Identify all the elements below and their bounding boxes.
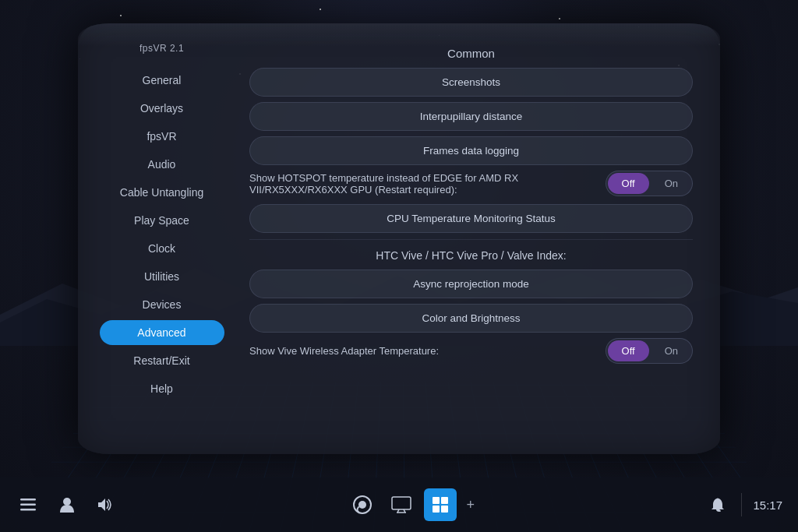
- taskbar-divider: [741, 493, 742, 516]
- vive-wireless-toggle-row: Show Vive Wireless Adapter Temperature: …: [249, 338, 693, 364]
- sidebar-item-utilities[interactable]: Utilities: [100, 264, 224, 289]
- volume-icon[interactable]: [94, 492, 118, 517]
- svg-rect-2: [20, 499, 36, 501]
- app-title: fpsVR 2.1: [139, 43, 184, 54]
- hotspot-toggle-label: Show HOTSPOT temperature instead of EDGE…: [249, 172, 598, 196]
- menu-icon[interactable]: [16, 492, 41, 517]
- screenshots-button[interactable]: Screenshots: [249, 68, 693, 97]
- async-reprojection-button[interactable]: Async reprojection mode: [249, 270, 693, 298]
- sidebar-item-audio[interactable]: Audio: [100, 152, 224, 177]
- vive-wireless-off-button[interactable]: Off: [608, 340, 649, 361]
- sidebar-item-advanced[interactable]: Advanced: [100, 320, 224, 345]
- common-section-title: Common: [249, 47, 693, 60]
- vive-wireless-toggle-group: Off On: [606, 338, 693, 364]
- taskbar-center: +: [118, 488, 705, 521]
- svg-point-5: [63, 498, 71, 506]
- steam-icon[interactable]: [346, 488, 379, 521]
- svg-rect-16: [441, 506, 448, 513]
- sidebar-item-devices[interactable]: Devices: [100, 292, 224, 317]
- sidebar-item-fpsvr[interactable]: fpsVR: [100, 124, 224, 149]
- vive-wireless-toggle-label: Show Vive Wireless Adapter Temperature:: [249, 345, 598, 357]
- sidebar-item-restart-exit[interactable]: Restart/Exit: [100, 348, 224, 373]
- hotspot-on-button[interactable]: On: [651, 171, 692, 196]
- svg-marker-6: [98, 499, 105, 511]
- taskbar: + 15:17: [0, 477, 798, 532]
- add-app-button[interactable]: +: [463, 497, 478, 513]
- taskbar-time: 15:17: [753, 499, 782, 512]
- notification-icon[interactable]: [705, 492, 730, 517]
- fpsvr-app-icon[interactable]: [424, 488, 457, 521]
- vr-panel: fpsVR 2.1 General Overlays fpsVR Audio C…: [78, 23, 720, 454]
- svg-rect-4: [20, 509, 36, 511]
- sidebar-item-general[interactable]: General: [100, 68, 224, 93]
- svg-rect-15: [433, 506, 440, 513]
- svg-rect-13: [433, 497, 440, 504]
- main-content: Common Screenshots Interpupillary distan…: [234, 39, 708, 439]
- cpu-temp-button[interactable]: CPU Temperature Monitoring Status: [249, 204, 693, 233]
- svg-rect-9: [392, 497, 411, 509]
- hotspot-toggle-group: Off On: [606, 171, 693, 196]
- svg-point-8: [358, 501, 366, 509]
- hotspot-toggle-row: Show HOTSPOT temperature instead of EDGE…: [249, 171, 693, 196]
- frames-logging-button[interactable]: Frames data logging: [249, 136, 693, 165]
- sidebar-item-overlays[interactable]: Overlays: [100, 96, 224, 121]
- sidebar-item-cable-untangling[interactable]: Cable Untangling: [100, 180, 224, 205]
- hotspot-off-button[interactable]: Off: [608, 173, 649, 194]
- sidebar-item-clock[interactable]: Clock: [100, 236, 224, 261]
- vive-wireless-on-button[interactable]: On: [651, 339, 692, 363]
- sidebar-item-help[interactable]: Help: [100, 376, 224, 401]
- sidebar: fpsVR 2.1 General Overlays fpsVR Audio C…: [90, 39, 234, 439]
- sidebar-item-play-space[interactable]: Play Space: [100, 208, 224, 233]
- interpupillary-button[interactable]: Interpupillary distance: [249, 102, 693, 131]
- taskbar-left: [16, 492, 118, 517]
- person-icon[interactable]: [55, 492, 79, 517]
- section-divider: [249, 239, 693, 240]
- htc-section-title: HTC Vive / HTC Vive Pro / Valve Index:: [249, 249, 693, 262]
- display-icon[interactable]: [385, 488, 418, 521]
- svg-rect-14: [441, 497, 448, 504]
- taskbar-right: 15:17: [705, 492, 782, 517]
- svg-rect-3: [20, 504, 36, 506]
- color-brightness-button[interactable]: Color and Brightness: [249, 304, 693, 333]
